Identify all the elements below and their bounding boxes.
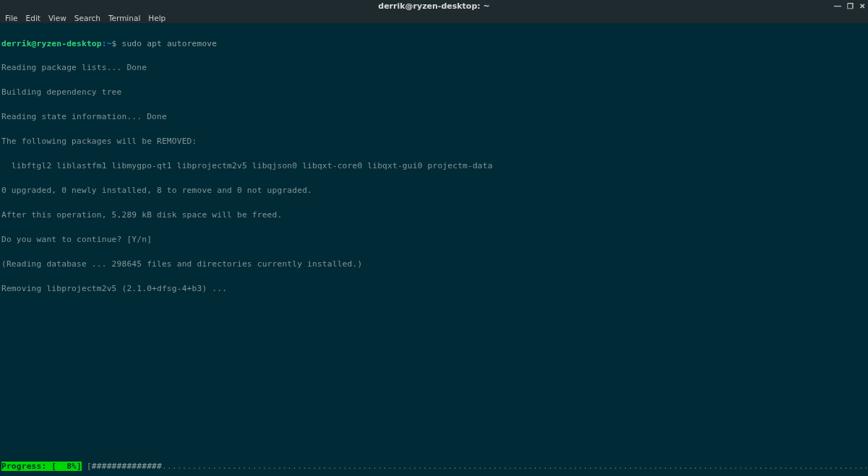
- output-line: 0 upgraded, 0 newly installed, 8 to remo…: [1, 186, 868, 194]
- command-text: sudo apt autoremove: [121, 39, 217, 48]
- close-icon[interactable]: ✕: [859, 2, 865, 10]
- menu-terminal[interactable]: Terminal: [108, 14, 140, 22]
- progress-remaining: ........................................…: [162, 462, 868, 471]
- prompt-userhost: derrik@ryzen-desktop: [1, 39, 102, 48]
- menu-view[interactable]: View: [48, 14, 66, 22]
- prompt-line: derrik@ryzen-desktop:~$ sudo apt autorem…: [1, 40, 868, 48]
- apt-progress-bar: Progress: [ 8%] [##############.........…: [1, 462, 867, 471]
- output-line: Do you want to continue? [Y/n]: [1, 235, 868, 243]
- terminal-viewport[interactable]: derrik@ryzen-desktop:~$ sudo apt autorem…: [0, 23, 868, 476]
- window-title: derrik@ryzen-desktop: ~: [378, 1, 489, 11]
- prompt-separator: $: [112, 39, 122, 48]
- maximize-icon[interactable]: ❐: [847, 2, 854, 10]
- menu-search[interactable]: Search: [74, 14, 100, 22]
- window-controls: — ❐ ✕: [834, 0, 865, 12]
- output-line: Removing libprojectm2v5 (2.1.0+dfsg-4+b3…: [1, 285, 868, 293]
- output-line: libftgl2 liblastfm1 libmygpo-qt1 libproj…: [1, 162, 868, 170]
- progress-percent-label: Progress: [ 8%]: [1, 462, 82, 471]
- output-line: (Reading database ... 298645 files and d…: [1, 260, 868, 268]
- menu-file[interactable]: File: [5, 14, 18, 22]
- progress-filled: ##############: [92, 462, 162, 471]
- menubar: File Edit View Search Terminal Help: [0, 12, 868, 23]
- prompt-colon: :: [102, 39, 107, 48]
- menu-edit[interactable]: Edit: [26, 14, 40, 22]
- output-line: Building dependency tree: [1, 88, 868, 96]
- minimize-icon[interactable]: —: [834, 2, 841, 10]
- progress-open-bracket: [: [82, 462, 92, 471]
- terminal-output: derrik@ryzen-desktop:~$ sudo apt autorem…: [0, 23, 868, 308]
- output-line: After this operation, 5,289 kB disk spac…: [1, 211, 868, 219]
- window-titlebar: derrik@ryzen-desktop: ~ — ❐ ✕: [0, 0, 868, 12]
- output-line: Reading state information... Done: [1, 113, 868, 121]
- output-line: Reading package lists... Done: [1, 64, 868, 72]
- menu-help[interactable]: Help: [148, 14, 166, 22]
- prompt-path: ~: [107, 39, 112, 48]
- output-line: The following packages will be REMOVED:: [1, 137, 868, 145]
